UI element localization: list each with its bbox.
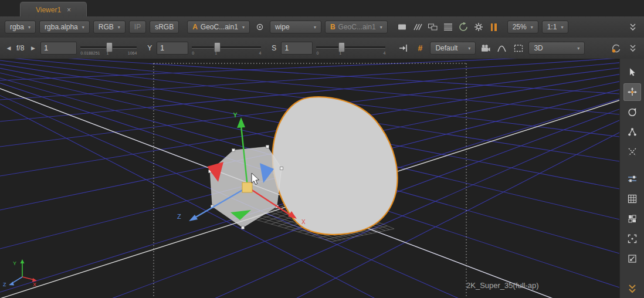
refresh-status-button[interactable] [610, 42, 623, 55]
channels-dropdown[interactable]: rgba▾ [5, 21, 36, 33]
wipe-value: wipe [275, 23, 290, 31]
axis-z-label: Z [3, 282, 6, 287]
input-b-dropdown[interactable]: B GeoC...ain1 ▾ [325, 21, 388, 33]
refresh-status-icon [611, 43, 622, 53]
lattice-tool-button[interactable] [623, 190, 641, 208]
hierarchy-icon [627, 127, 638, 137]
side-toolbar-expand-button[interactable] [623, 283, 641, 296]
toolbar-expand-button[interactable] [626, 21, 639, 33]
caret-icon: ▾ [82, 25, 84, 30]
fit-view-button[interactable] [623, 250, 641, 267]
slider-track [192, 46, 261, 48]
tick-label: 0 [316, 51, 318, 55]
wipe-dropdown[interactable]: wipe ▾ [270, 21, 321, 33]
rotate-icon [627, 107, 638, 117]
camera-lock-button[interactable] [479, 42, 492, 55]
chevron-double-down-icon [627, 283, 638, 295]
cursor-icon [627, 67, 638, 77]
caret-icon: ▾ [468, 46, 470, 51]
gamma-slider[interactable]: 0 1 4 [192, 40, 261, 56]
rotate-tool-button[interactable] [623, 103, 641, 121]
roi-button[interactable] [512, 42, 525, 55]
gamma-input[interactable]: 1 [157, 42, 188, 55]
caret-icon: ▾ [561, 25, 563, 30]
stack-layers-button[interactable] [442, 21, 455, 33]
guides-toggle-button[interactable]: # [413, 42, 426, 55]
fstop-prev-button[interactable]: ◀ [5, 42, 13, 55]
tab-label: Viewer1 [36, 6, 61, 14]
lut-value: Default [435, 44, 457, 52]
axis-x-label: X [33, 282, 36, 287]
tick-label: 0.0188251 [80, 51, 100, 55]
caret-icon: ▾ [28, 25, 30, 30]
view-mode-dropdown[interactable]: 3D ▾ [528, 42, 585, 55]
display-mode-value: RGB [99, 23, 114, 31]
settings-button[interactable] [472, 21, 485, 33]
colorspace-button[interactable]: sRGB [150, 21, 179, 33]
proxy-mode-button[interactable] [411, 21, 424, 33]
nuke-viewer-window: Viewer1 × rgba▾ rgba.alpha▾ RGB▾ IP sRGB… [0, 0, 644, 298]
pause-render-button[interactable] [487, 21, 500, 33]
gamma-label: Y [147, 44, 152, 52]
saturation-slider[interactable]: 0 1 4 [316, 40, 385, 56]
quads-icon [627, 214, 638, 224]
pixel-aspect-dropdown[interactable]: 1:1▾ [542, 21, 569, 33]
quad-view-button[interactable] [623, 210, 641, 228]
frame-icon [397, 22, 408, 32]
colorspace-value: sRGB [155, 23, 174, 31]
float-window-button[interactable] [426, 21, 439, 33]
input-a-letter: A [192, 23, 198, 31]
caret-icon: ▾ [118, 25, 120, 30]
display-window-button[interactable] [396, 21, 409, 33]
cross-lines-tool-button[interactable] [623, 143, 641, 161]
saturation-input[interactable]: 1 [281, 42, 313, 55]
chevron-double-down-icon [629, 43, 637, 53]
lut-dropdown[interactable]: Default ▾ [430, 42, 476, 55]
saturation-label: S [272, 44, 276, 52]
viewer-side-toolbar [619, 59, 644, 298]
toolbar-expand-button[interactable] [626, 42, 639, 55]
gizmo-y-label: Y [233, 111, 238, 118]
zoom-dropdown[interactable]: 25%▾ [507, 21, 538, 33]
3d-viewport[interactable]: Y X Z Y X Z 2K_Super_35(full-ap) [0, 59, 619, 298]
select-tool-button[interactable] [623, 63, 641, 81]
fstop-next-button[interactable]: ▶ [29, 42, 37, 55]
wipe-center-button[interactable] [253, 21, 266, 33]
gain-input[interactable]: 1 [40, 42, 77, 55]
viewport-panel: Y X Z Y X Z 2K_Super_35(full-ap) [0, 59, 619, 298]
gear-icon [473, 22, 484, 32]
frame-corners-button[interactable] [623, 230, 641, 248]
caret-icon: ▾ [242, 25, 245, 30]
layer-dropdown[interactable]: rgba.alpha▾ [39, 21, 90, 33]
sliders-tool-button[interactable] [623, 170, 641, 188]
fit-frame-icon [627, 253, 638, 264]
format-label: 2K_Super_35(full-ap) [466, 281, 539, 290]
layer-value: rgba.alpha [45, 23, 78, 31]
dashed-cross-icon [627, 147, 638, 157]
close-icon[interactable]: × [67, 6, 71, 13]
translate-tool-button[interactable] [623, 83, 641, 101]
input-process-toggle[interactable]: IP [129, 21, 146, 33]
tick-label: 1 [107, 51, 109, 55]
input-a-dropdown[interactable]: A GeoC...ain1 ▾ [187, 21, 250, 33]
viewer-toolbar-controls: ◀ f/8 ▶ 1 0.0188251 1 1064 Y 1 0 1 4 S 1… [0, 38, 644, 59]
tick-label: 1 [339, 51, 341, 55]
tab-bar: Viewer1 × [0, 0, 644, 17]
gain-slider[interactable]: 0.0188251 1 1064 [80, 40, 137, 56]
move-icon [627, 87, 638, 97]
downstream-node-button[interactable] [397, 42, 410, 55]
display-mode-dropdown[interactable]: RGB▾ [93, 21, 126, 33]
lut-curve-button[interactable] [496, 42, 509, 55]
gizmo-x-label: X [301, 219, 306, 225]
gizmo-z-label: Z [177, 213, 181, 220]
refresh-button[interactable] [457, 21, 470, 33]
tick-label: 1064 [128, 51, 137, 55]
marquee-icon [513, 43, 524, 53]
tab-viewer1[interactable]: Viewer1 × [20, 2, 87, 17]
caret-icon: ▾ [314, 25, 316, 30]
h-lines-icon [443, 22, 453, 32]
axis-y-label: Y [13, 260, 16, 266]
gizmo-center-handle[interactable] [242, 182, 252, 192]
stripes-icon [412, 22, 423, 32]
hierarchy-tool-button[interactable] [623, 123, 641, 141]
